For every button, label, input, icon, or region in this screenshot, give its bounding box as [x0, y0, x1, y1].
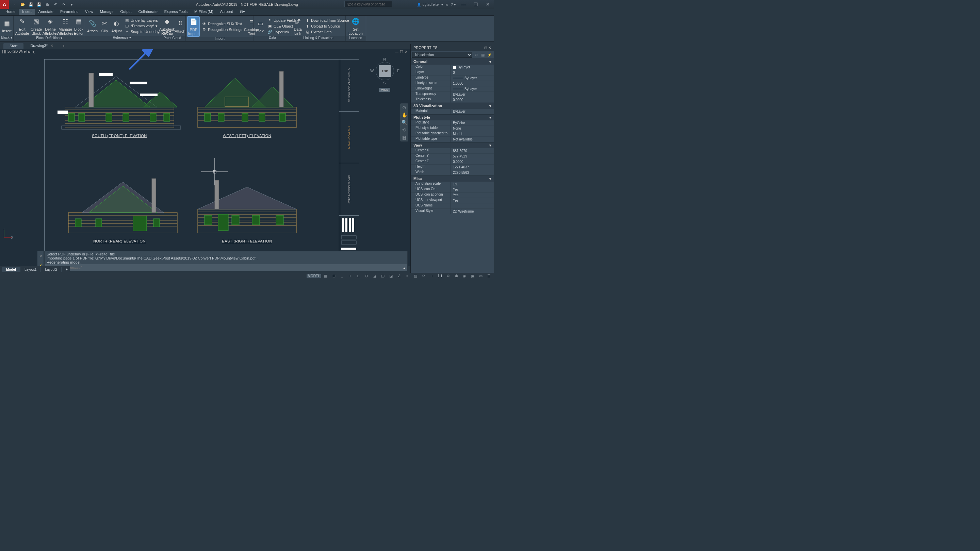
clean-screen-icon[interactable]: ▭: [477, 273, 485, 279]
set-location-button[interactable]: 🌐Set Location: [347, 16, 364, 36]
panel-block-title[interactable]: Block ▾: [0, 36, 13, 41]
osnap-icon[interactable]: ▢: [379, 273, 387, 279]
menu-parametric[interactable]: Parametric: [57, 9, 82, 15]
app-logo[interactable]: A: [0, 0, 9, 9]
close-button[interactable]: ✕: [483, 1, 493, 8]
menu-expand-icon[interactable]: ⊡▾: [237, 9, 248, 15]
cat-plot[interactable]: Plot style▾: [411, 114, 494, 121]
command-input[interactable]: [53, 266, 403, 270]
user-menu[interactable]: 👤 dgladfelter ▾: [417, 2, 443, 6]
toggle-pickadd-icon[interactable]: ⊕: [473, 52, 479, 58]
vp-minimize-icon[interactable]: —: [395, 50, 398, 54]
menu-acrobat[interactable]: Acrobat: [217, 9, 237, 15]
properties-title[interactable]: PROPERTIES ⊟ ✕: [411, 44, 494, 51]
quick-select-icon[interactable]: ⚡: [487, 52, 493, 58]
pc-attach-button[interactable]: ⠿Attach: [174, 16, 186, 36]
define-attr-button[interactable]: ◈Define Attributes: [43, 16, 57, 36]
dynamic-input-icon[interactable]: +: [347, 273, 354, 279]
qat-more-icon[interactable]: ▾: [68, 1, 76, 8]
showmotion-icon[interactable]: ▦: [402, 135, 407, 140]
data-link-button[interactable]: 🖇Data Link: [293, 16, 303, 36]
create-block-button[interactable]: ▧Create Block: [30, 16, 43, 36]
cat-misc[interactable]: Misc▾: [411, 176, 494, 182]
prop-row-center-z[interactable]: Center Z0.0000: [411, 159, 494, 165]
cat-general[interactable]: General▾: [411, 59, 494, 65]
viewcube-s[interactable]: S: [383, 81, 385, 85]
prop-row-center-x[interactable]: Center X881.6970: [411, 148, 494, 154]
lineweight-icon[interactable]: ≡: [404, 273, 411, 279]
customize-icon[interactable]: ☰: [485, 273, 493, 279]
panel-blockdef-title[interactable]: Block Definition ▾: [14, 36, 85, 41]
menu-express[interactable]: Express Tools: [161, 9, 191, 15]
prop-row-center-y[interactable]: Center Y577.4929: [411, 154, 494, 159]
field-button[interactable]: ▭Field: [255, 16, 266, 36]
pdf-import-button[interactable]: 📄PDF Import: [187, 16, 200, 37]
insert-block-button[interactable]: ▦Insert: [2, 16, 12, 36]
minimize-button[interactable]: —: [459, 1, 468, 8]
pan-icon[interactable]: ✋: [401, 112, 407, 118]
layout-model[interactable]: Model: [2, 267, 21, 272]
cmd-recent-icon[interactable]: ▴: [403, 266, 405, 270]
menu-manage[interactable]: Manage: [97, 9, 117, 15]
prop-row-plot-style[interactable]: Plot styleByColor: [411, 121, 494, 126]
edit-attribute-button[interactable]: ✎Edit Attribute: [15, 16, 29, 36]
prop-row-height[interactable]: Height1271.4037: [411, 165, 494, 170]
plot-icon[interactable]: 🖶: [43, 1, 51, 8]
menu-home[interactable]: Home: [2, 9, 19, 15]
prop-row-width[interactable]: Width2290.5563: [411, 170, 494, 176]
full-nav-icon[interactable]: ⊙: [402, 105, 406, 110]
new-icon[interactable]: ▫: [11, 1, 18, 8]
attach-button[interactable]: 📎Attach: [86, 16, 98, 36]
cat-view[interactable]: View▾: [411, 142, 494, 148]
prop-row-color[interactable]: Color ByLayer: [411, 65, 494, 70]
otrack-icon[interactable]: ∠: [395, 273, 403, 279]
prop-row-ucs-name[interactable]: UCS Name: [411, 203, 494, 209]
prop-row-transparency[interactable]: TransparencyByLayer: [411, 92, 494, 97]
infer-icon[interactable]: ⎯: [338, 273, 346, 279]
prop-row-layer[interactable]: Layer0: [411, 70, 494, 76]
prop-autohide-icon[interactable]: ⊟: [484, 46, 487, 50]
status-model[interactable]: MODEL: [307, 274, 321, 278]
zoom-icon[interactable]: 🔍: [401, 120, 407, 125]
vp-maximize-icon[interactable]: ☐: [400, 50, 403, 54]
ortho-icon[interactable]: ∟: [355, 273, 362, 279]
transparency-icon[interactable]: ▨: [412, 273, 419, 279]
snap-mode-icon[interactable]: ⊞: [330, 273, 337, 279]
prop-row-plot-table-type[interactable]: Plot table typeNot available: [411, 137, 494, 142]
prop-row-plot-table-attached-to[interactable]: Plot table attached toModel: [411, 131, 494, 137]
workspace-gear-icon[interactable]: ⚙: [444, 273, 452, 279]
prop-row-thickness[interactable]: Thickness0.0000: [411, 97, 494, 103]
recognize-shx-button[interactable]: 👁Recognize SHX Text: [200, 21, 243, 27]
prop-row-linetype[interactable]: Linetype ByLayer: [411, 76, 494, 81]
upload-source-button[interactable]: ⬆Upload to Source: [304, 24, 350, 29]
menu-output[interactable]: Output: [117, 9, 135, 15]
prop-close-icon[interactable]: ✕: [488, 46, 492, 50]
annotation-monitor-icon[interactable]: +: [428, 273, 436, 279]
filetab-start[interactable]: Start: [3, 43, 24, 49]
viewcube[interactable]: TOP N S E W WCS: [369, 56, 400, 86]
selection-cycling-icon[interactable]: ⟳: [420, 273, 427, 279]
menu-insert[interactable]: Insert: [19, 9, 35, 15]
prop-row-lineweight[interactable]: Lineweight ByLayer: [411, 86, 494, 92]
select-objects-icon[interactable]: ▦: [480, 52, 486, 58]
undo-icon[interactable]: ↶: [52, 1, 59, 8]
extract-data-button[interactable]: ⎘Extract Data: [304, 29, 350, 35]
add-tab-button[interactable]: +: [60, 43, 67, 49]
close-tab-icon[interactable]: ✕: [50, 43, 53, 48]
prop-row-ucs-icon-at-origin[interactable]: UCS icon at originYes: [411, 192, 494, 198]
saveas-icon[interactable]: 💾: [35, 1, 43, 8]
open-icon[interactable]: 📂: [19, 1, 27, 8]
grid-icon[interactable]: ▦: [322, 273, 329, 279]
autodesk-app-icon[interactable]: ⎌: [446, 2, 448, 6]
hardware-accel-icon[interactable]: ◉: [461, 273, 468, 279]
orbit-icon[interactable]: ⟲: [402, 127, 406, 133]
layout-2[interactable]: Layout2: [41, 267, 62, 272]
maximize-button[interactable]: ☐: [471, 1, 480, 8]
filetab-drawing3[interactable]: Drawing3*✕: [24, 43, 60, 49]
isolate-icon[interactable]: ▣: [469, 273, 476, 279]
prop-row-ucs-icon-on[interactable]: UCS icon OnYes: [411, 187, 494, 192]
isodraft-icon[interactable]: ◢: [371, 273, 379, 279]
menu-annotate[interactable]: Annotate: [35, 9, 57, 15]
block-editor-button[interactable]: ▤Block Editor: [73, 16, 84, 36]
status-scale[interactable]: 1:1: [436, 274, 444, 278]
